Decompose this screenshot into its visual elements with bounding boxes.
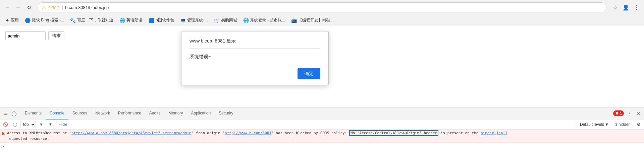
context-selector[interactable]: top <box>20 121 36 128</box>
tab-memory[interactable]: Memory <box>164 107 187 119</box>
tab-application[interactable]: Application <box>187 107 215 119</box>
bookmark-bing[interactable]: 🔵 微软 Bing 搜索 -... <box>22 16 67 24</box>
bookmarks-bar: ✦ 应用 🔵 微软 Bing 搜索 -... 🐾 百度一下，你就知道 🌐 英语朗… <box>0 15 644 26</box>
bookmark-syslogin[interactable]: 🌐 系统登录 - 超市账... <box>240 16 288 24</box>
error-count: 1 <box>620 111 622 115</box>
console-prompt-line: > <box>0 143 644 150</box>
bookmark-english[interactable]: 🌐 英语朗读 <box>117 16 145 24</box>
shop-icon: 🛒 <box>214 18 220 23</box>
devtools-more-icon[interactable]: ⋮ <box>625 109 633 117</box>
tab-elements[interactable]: Elements <box>21 107 46 119</box>
url-text: b.com:8081/bindex.jsp <box>65 5 602 10</box>
coding-icon: 📺 <box>291 18 297 23</box>
insecure-label: 不安全 <box>48 5 60 10</box>
error-link2[interactable]: http://www.b.com:8081 <box>225 131 271 135</box>
levels-chevron: ▼ <box>605 122 609 127</box>
nav-bar: ← → ↻ ⚠ 不安全 | b.com:8081/bindex.jsp ☆ 👤 … <box>0 0 644 15</box>
tab-sources[interactable]: Sources <box>68 107 91 119</box>
context-dropdown-button[interactable]: ▼ <box>37 120 45 129</box>
tab-performance[interactable]: Performance <box>114 107 145 119</box>
preserve-log-button[interactable]: ◯ <box>11 120 19 129</box>
baidu-icon: 🐾 <box>70 18 76 23</box>
modal-dialog: www.b.com:8081 显示 系统错误~ 确定 <box>181 31 329 85</box>
page-content: 请求 www.b.com:8081 显示 系统错误~ 确定 <box>0 26 644 103</box>
eye-icon-button[interactable]: 👁 <box>47 120 55 129</box>
error-part1: Access to XMLHttpRequest at ' <box>7 131 71 135</box>
inspect-element-icon[interactable]: ▭ <box>1 109 9 117</box>
bookmark-coding[interactable]: 📺 【编程开发】尚硅... <box>288 16 336 24</box>
menu-button[interactable]: ⋮ <box>632 3 641 12</box>
bookmark-syslogin-label: 系统登录 - 超市账... <box>250 17 285 23</box>
bookmark-baidu[interactable]: 🐾 百度一下，你就知道 <box>67 16 116 24</box>
device-toolbar-icon[interactable]: ◯ <box>10 109 18 117</box>
error-part5: requested resource. <box>7 137 49 141</box>
error-part2: ' from origin ' <box>192 131 225 135</box>
ptool-icon: 🟦 <box>149 18 154 23</box>
devtools-tab-bar: ▭ ◯ Elements Console Sources Network Per… <box>0 107 644 119</box>
devtools-close-icon[interactable]: ✕ <box>635 109 643 117</box>
bookmark-mgmt-label: 管理系统-... <box>187 17 208 23</box>
devtools-panel: ▭ ◯ Elements Console Sources Network Per… <box>0 107 644 168</box>
bookmark-bing-label: 微软 Bing 搜索 -... <box>32 17 64 23</box>
tab-network[interactable]: Network <box>91 107 114 119</box>
bookmark-apps[interactable]: ✦ 应用 <box>3 16 21 24</box>
modal-confirm-button[interactable]: 确定 <box>298 68 320 79</box>
separator: | <box>62 5 63 10</box>
tab-security[interactable]: Security <box>215 107 237 119</box>
mgmt-icon: 💻 <box>180 18 186 23</box>
error-part4: is present on the <box>438 131 481 135</box>
bookmark-english-label: 英语朗读 <box>126 17 143 23</box>
refresh-button[interactable]: ↻ <box>24 3 34 12</box>
warning-icon: ⚠ <box>42 5 46 10</box>
bing-icon: 🔵 <box>25 18 31 23</box>
bookmark-ptool-label: p图软件包 <box>156 17 174 23</box>
bookmark-button[interactable]: ☆ <box>610 3 620 12</box>
cors-highlighted: No 'Access-Control-Allow-Origin' header <box>349 130 438 136</box>
console-error-message: Access to XMLHttpRequest at 'http://www.… <box>7 131 643 142</box>
error-file-link[interactable]: bindex.jsp:1 <box>481 131 507 135</box>
back-button[interactable]: ← <box>3 3 12 12</box>
default-levels-label: Default levels <box>580 122 604 127</box>
modal-overlay: www.b.com:8081 显示 系统错误~ 确定 <box>0 26 644 103</box>
console-output: ✖ Access to XMLHttpRequest at 'http://ww… <box>0 130 644 168</box>
modal-buttons: 确定 <box>190 68 320 79</box>
console-error-line: ✖ Access to XMLHttpRequest at 'http://ww… <box>0 130 644 143</box>
browser-chrome: ← → ↻ ⚠ 不安全 | b.com:8081/bindex.jsp ☆ 👤 … <box>0 0 644 26</box>
tab-audits[interactable]: Audits <box>145 107 164 119</box>
prompt-icon: > <box>1 144 4 149</box>
console-settings-button[interactable]: ⚙ <box>635 120 643 129</box>
forward-button[interactable]: → <box>13 3 23 12</box>
error-link1[interactable]: http://www.a.com:8080/projectA/AServlet?… <box>71 131 192 135</box>
bookmark-baidu-label: 百度一下，你就知道 <box>77 17 113 23</box>
clear-console-button[interactable]: 🚫 <box>1 120 9 129</box>
default-levels-selector[interactable]: Default levels ▼ <box>578 121 611 128</box>
filter-input[interactable] <box>56 121 576 128</box>
devtools-left-icons: ▭ ◯ <box>1 109 18 117</box>
bookmark-coding-label: 【编程开发】尚硅... <box>298 17 334 23</box>
error-part3: ' has been blocked by CORS policy: <box>271 131 349 135</box>
modal-title: www.b.com:8081 显示 <box>190 38 320 49</box>
error-badge-icon: ✖ <box>615 111 619 116</box>
error-icon: ✖ <box>1 131 5 137</box>
bookmark-ptool[interactable]: 🟦 p图软件包 <box>146 16 177 24</box>
bookmark-shop[interactable]: 🛒 易购商城 <box>211 16 240 24</box>
tab-console[interactable]: Console <box>46 107 68 119</box>
bookmark-apps-label: 应用 <box>11 17 19 23</box>
english-icon: 🌐 <box>119 18 125 23</box>
error-badge: ✖ 1 <box>613 110 624 116</box>
toolbar-icons: ☆ 👤 ⋮ <box>610 3 641 12</box>
apps-icon: ✦ <box>5 18 9 23</box>
devtools-right-controls: ✖ 1 ⋮ ✕ <box>613 109 643 117</box>
account-button[interactable]: 👤 <box>621 3 631 12</box>
syslogin-icon: 🌐 <box>243 18 249 23</box>
hidden-count: 1 hidden <box>612 122 633 127</box>
bookmark-mgmt[interactable]: 💻 管理系统-... <box>177 16 211 24</box>
devtools-toolbar: 🚫 ◯ top ▼ 👁 Default levels ▼ 1 hidden ⚙ <box>0 119 644 130</box>
bookmark-shop-label: 易购商城 <box>221 17 237 23</box>
address-bar[interactable]: ⚠ 不安全 | b.com:8081/bindex.jsp <box>38 2 606 12</box>
modal-message: 系统错误~ <box>190 54 320 60</box>
